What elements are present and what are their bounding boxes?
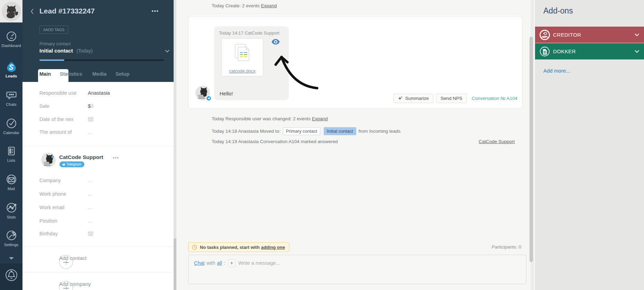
recipients-link[interactable]: all [217,260,222,266]
chevron-down-icon[interactable] [635,32,639,36]
section-divider [22,146,176,146]
add-task-link[interactable]: adding one [261,245,285,250]
add-more-link[interactable]: Add more... [543,68,570,74]
field-sale[interactable]: Sale $0 [22,103,176,112]
add-tags-button[interactable]: #ADD TAGS [39,26,68,34]
lead-more-options-icon[interactable] [152,10,158,12]
field-responsible-user[interactable]: Responsible use Anastasia [22,90,176,99]
sidebar-item-label: Settings [0,243,22,247]
stage-date: (Today) [76,48,93,54]
warning-text: No tasks planned, start with [200,245,260,250]
quick-actions-button[interactable] [228,259,235,267]
back-button[interactable] [30,8,34,16]
sidebar-item-dashboard[interactable]: Dashboard [0,30,22,48]
field-label: Date of the nex [39,116,73,122]
tab-statistics[interactable]: Statistics [60,71,82,77]
lightning-bolt-icon [230,261,233,265]
message-input[interactable] [238,260,521,266]
lead-header: Lead #17332247 #ADD TAGS Primary contact… [22,0,176,82]
field-position[interactable]: Position ... [22,218,176,226]
sidebar-item-calendar[interactable]: Calendar [0,118,22,135]
field-label: Responsible use [39,90,76,96]
telegram-badge: Telegram [59,161,84,167]
send-nps-button[interactable]: Send NPS [436,94,467,103]
field-label: Work phone [39,191,66,197]
pipeline-chip: Primary contact [283,127,320,135]
event-text: Today Create: 2 events [212,3,260,8]
stage-progress-fill [39,59,64,61]
lead-title: Lead #17332247 [39,7,95,15]
sidebar-item-settings[interactable]: Settings [0,230,22,247]
tab-main[interactable]: Main [39,71,51,77]
contact-avatar[interactable] [41,153,56,167]
document-pages-icon [232,43,252,64]
addons-title: Add-ons [543,6,573,16]
field-amount[interactable]: The amount of ... [22,129,176,138]
contact-more-options-icon[interactable] [113,157,118,158]
conversation-link[interactable]: Conversation № A104 [472,96,517,101]
sidebar-item-label: Lists [0,158,22,162]
mail-icon [6,174,17,185]
chats-icon [6,89,17,101]
send-nps-label: Send NPS [441,96,462,101]
notifications-section[interactable] [0,263,22,290]
sidebar-item-leads[interactable]: Leads [0,61,22,78]
event-text: Today 14:18 Anastasia Moved to: [212,129,280,134]
event-contact-link[interactable]: CatCode Support [479,139,515,144]
lead-panel-scrollbar [174,0,176,290]
message-compose-box[interactable]: Chat with all : [188,255,526,284]
field-birthday[interactable]: Birthday [22,231,176,239]
viewed-eye-icon[interactable] [272,39,280,46]
lead-panel-scrollbar-thumb[interactable] [174,238,176,290]
sidebar-item-label: Stats [0,215,22,219]
addon-creditor[interactable]: CREDITOR [535,27,644,43]
tab-setup[interactable]: Setup [116,71,129,77]
add-company-label: Add company [59,281,91,287]
field-next-date[interactable]: Date of the nex [22,116,176,125]
currency-symbol: $ [88,103,91,109]
event-marked-answered: Today 14:19 Anastasia Conversation A104 … [212,139,338,144]
account-avatar[interactable] [0,0,22,22]
expand-link[interactable]: Expand [261,3,277,8]
sidebar-item-chats[interactable]: Chats [0,89,22,106]
section-divider [22,272,176,272]
field-value: ... [88,129,92,135]
sidebar-item-lists[interactable]: Lists [0,145,22,162]
summarize-label: Summarize [405,96,429,101]
field-label: Company [39,178,61,183]
cat-avatar-image [2,2,21,21]
tab-media[interactable]: Media [92,71,107,77]
pipeline-name: Primary contact [39,41,71,46]
chevron-down-icon[interactable] [635,48,639,53]
file-attachment[interactable]: catcode.docx [221,38,263,76]
summarize-button[interactable]: Summarize [393,94,433,103]
file-name-link[interactable]: catcode.docx [222,68,263,74]
message-card: Today 14:17 CatCode Support catcode.docx… [188,17,523,109]
message-text: Hello! [220,91,233,96]
expand-link[interactable]: Expand [312,116,328,121]
creditor-icon [539,29,550,40]
chevron-down-icon[interactable] [165,48,169,53]
sidebar-item-label: Calendar [0,131,22,135]
field-value: ... [88,178,92,183]
addon-label: DOKKER [553,48,635,54]
chat-mode-link[interactable]: Chat [194,260,205,266]
section-divider [22,246,176,247]
stage-selector[interactable]: Initial contact (Today) [39,48,164,54]
field-work-email[interactable]: Work email ... [22,205,176,213]
sidebar-item-mail[interactable]: Mail [0,174,22,191]
contact-name[interactable]: CatCode Support [59,154,103,160]
sparkles-icon [398,96,403,101]
field-value: Anastasia [88,90,110,96]
main-nav-sidebar: Dashboard Leads Chats Calendar [0,0,22,290]
addon-dokker[interactable]: DOKKER [535,43,644,59]
sidebar-item-stats[interactable]: Stats [0,202,22,219]
field-work-phone[interactable]: Work phone ... [22,191,176,199]
feed-scrollbar-thumb[interactable] [530,37,533,262]
calendar-icon [88,116,93,122]
sidebar-collapse-icon[interactable] [9,257,14,260]
field-company[interactable]: Company ... [22,178,176,186]
field-label: Position [39,218,57,224]
feed-scrollbar [531,0,534,290]
participants-count: Participants: 0 [491,244,521,250]
